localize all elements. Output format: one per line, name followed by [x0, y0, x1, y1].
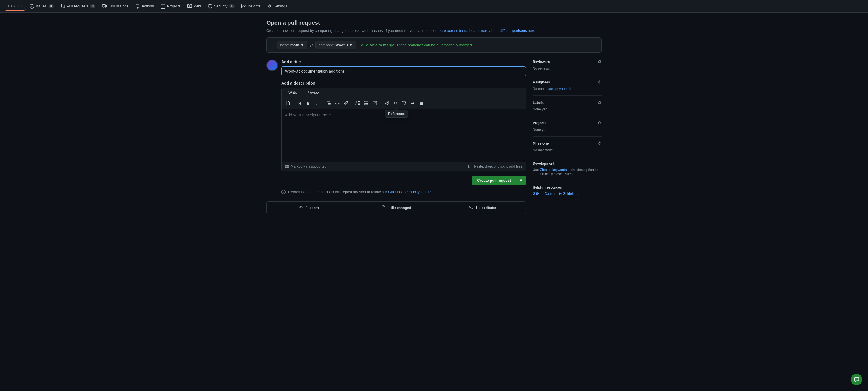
nav-issues[interactable]: Issues 8	[27, 2, 57, 10]
compare-arrows-icon: ⇄	[309, 42, 313, 48]
sidebar-helpful-header: Helpful resources	[533, 186, 601, 190]
toolbar-bold-btn[interactable]: B	[304, 99, 312, 107]
community-guidelines-link[interactable]: GitHub Community Guidelines	[388, 190, 438, 194]
dev-text1: Use	[533, 168, 539, 172]
toolbar-italic-btn[interactable]: I	[313, 99, 321, 107]
page-desc-text: Create a new pull request by comparing c…	[267, 28, 431, 33]
learn-more-link[interactable]: Learn more about diff comparisons here.	[469, 28, 536, 33]
nav-discussions[interactable]: Discussions	[99, 2, 131, 10]
toolbar-mention-btn[interactable]: @	[391, 99, 399, 107]
labels-value: None yet	[533, 107, 601, 111]
toolbar-sep-2	[322, 100, 323, 106]
editor-footer-left: Markdown is supported	[285, 164, 327, 168]
issues-badge: 8	[49, 4, 54, 8]
sidebar-projects-header: Projects	[533, 121, 601, 125]
toolbar-fullscreen-btn[interactable]: ⊞	[417, 99, 425, 107]
toolbar-reference-btn[interactable]: Reference	[400, 99, 408, 107]
nav-settings-label: Settings	[274, 4, 287, 8]
description-label: Add a description	[281, 81, 526, 85]
title-input[interactable]	[281, 66, 526, 76]
file-upload-label[interactable]: Paste, drop, or click to add files	[474, 164, 522, 168]
nav-pull-requests[interactable]: Pull requests 3	[58, 2, 98, 10]
nav-code[interactable]: Code	[5, 2, 26, 11]
reviewers-gear-icon[interactable]	[597, 59, 601, 64]
paperclip-icon	[384, 101, 389, 106]
nav-pr-label: Pull requests	[67, 4, 88, 8]
closing-keywords-link[interactable]: Closing keywords	[540, 168, 567, 172]
stat-files[interactable]: 1 file changed	[353, 201, 439, 214]
projects-value: None yet	[533, 128, 601, 132]
sidebar-reviewers: Reviewers No reviews	[533, 59, 601, 75]
nav-projects-label: Projects	[167, 4, 181, 8]
sidebar-labels: Labels None yet	[533, 100, 601, 116]
tab-write[interactable]: Write	[284, 88, 302, 97]
top-nav: Code Issues 8 Pull requests 3 Discussion…	[0, 0, 868, 12]
info-text: Remember, contributions to this reposito…	[288, 190, 440, 194]
nav-code-label: Code	[14, 4, 23, 8]
nav-actions[interactable]: Actions	[132, 2, 157, 10]
assignees-gear-icon[interactable]	[597, 80, 601, 85]
labels-gear-icon[interactable]	[597, 100, 601, 105]
toolbar-attach-btn[interactable]	[284, 99, 292, 107]
toolbar-link-btn[interactable]	[342, 99, 350, 107]
toolbar-quote-btn[interactable]	[324, 99, 333, 107]
link-icon	[344, 101, 348, 106]
editor-footer-right: Paste, drop, or click to add files	[468, 164, 522, 168]
community-guidelines-sidebar-link[interactable]: GitHub Community Guidelines	[533, 192, 579, 196]
title-section: Add a title	[281, 59, 526, 76]
pr-layout: Add a title Add a description Write Prev…	[267, 59, 601, 214]
nav-security[interactable]: Security 5	[205, 2, 237, 10]
nav-wiki[interactable]: Wiki	[185, 2, 204, 10]
commits-count: 1 commit	[306, 205, 321, 210]
helpful-title: Helpful resources	[533, 186, 562, 190]
toolbar-undo-btn[interactable]: ↩	[408, 99, 416, 107]
labels-title: Labels	[533, 101, 544, 105]
pr-badge: 3	[90, 4, 95, 8]
milestone-gear-icon[interactable]	[597, 141, 601, 146]
toolbar-tasklist-btn[interactable]	[371, 99, 379, 107]
info-text-prefix: Remember, contributions to this reposito…	[288, 190, 387, 194]
editor-container: Write Preview H B I	[281, 88, 526, 171]
nav-issues-label: Issues	[36, 4, 47, 8]
stat-commits[interactable]: 1 commit	[267, 201, 353, 214]
stat-contributors[interactable]: 1 contributor	[439, 201, 526, 214]
toolbar-code-btn[interactable]: <>	[333, 99, 341, 107]
editor-footer: Markdown is supported Paste, drop, or cl…	[282, 162, 526, 171]
toolbar-unordered-list-btn[interactable]	[362, 99, 370, 107]
toolbar-ordered-list-btn[interactable]	[353, 99, 362, 107]
tab-preview[interactable]: Preview	[302, 88, 324, 97]
nav-settings[interactable]: Settings	[265, 2, 290, 10]
merge-status-text: ✓ Able to merge. These branches can be a…	[365, 43, 473, 47]
feedback-button[interactable]	[851, 374, 862, 385]
reference-icon	[402, 101, 406, 106]
toolbar-paperclip-btn[interactable]	[383, 99, 391, 107]
title-label: Add a title	[281, 59, 526, 64]
issues-icon	[30, 4, 34, 9]
security-badge: 5	[229, 4, 235, 8]
nav-projects[interactable]: Projects	[158, 2, 183, 10]
create-pr-caret-button[interactable]: ▼	[516, 176, 526, 185]
pr-form-header: Add a title Add a description Write Prev…	[267, 59, 526, 194]
nav-insights[interactable]: Insights	[239, 2, 264, 10]
assign-yourself-link[interactable]: assign yourself	[548, 87, 571, 91]
actions-icon	[135, 4, 140, 9]
sync-icon[interactable]: ⇄	[271, 43, 275, 48]
compare-forks-link[interactable]: compare across forks.	[431, 28, 468, 33]
avatar	[267, 59, 278, 71]
page-description: Create a new pull request by comparing c…	[267, 28, 601, 33]
ordered-list-icon	[355, 101, 360, 106]
create-pr-button[interactable]: Create pull request	[472, 176, 516, 185]
unordered-list-icon	[364, 101, 369, 106]
compare-branch-select[interactable]: compare: Woof-3 ▼	[315, 41, 356, 49]
nav-insights-label: Insights	[248, 4, 260, 8]
markdown-icon	[285, 164, 289, 168]
base-branch-select[interactable]: base: main ▼	[277, 41, 307, 49]
info-icon	[281, 190, 286, 194]
projects-gear-icon[interactable]	[597, 121, 601, 125]
settings-icon	[267, 4, 272, 9]
compare-branch-name: Woof-3	[335, 43, 348, 47]
development-title: Development	[533, 162, 554, 166]
nav-wiki-label: Wiki	[194, 4, 201, 8]
attach-icon	[286, 101, 290, 106]
toolbar-heading-btn[interactable]: H	[296, 99, 304, 107]
